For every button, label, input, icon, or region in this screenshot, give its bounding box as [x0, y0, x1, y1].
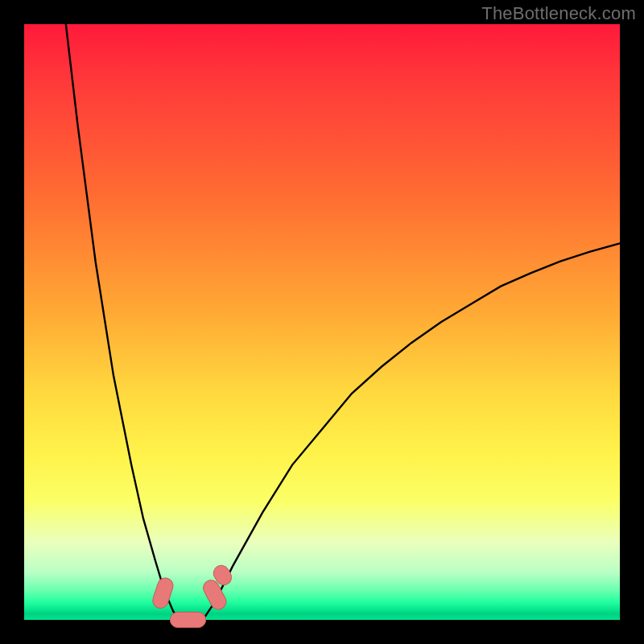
plot-area [24, 24, 620, 620]
chart-frame: TheBottleneck.com [0, 0, 644, 644]
data-markers [151, 563, 234, 628]
watermark-text: TheBottleneck.com [481, 3, 636, 24]
plot-svg [24, 24, 620, 620]
marker-1 [170, 612, 205, 627]
bottleneck-curve [66, 24, 620, 620]
curve-path [66, 24, 620, 620]
